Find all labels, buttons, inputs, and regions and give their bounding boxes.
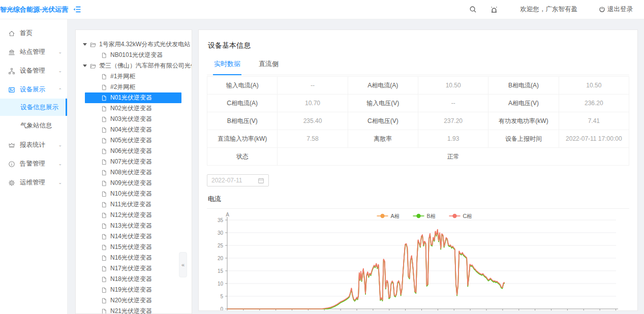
tab-实时数据[interactable]: 实时数据: [213, 57, 241, 75]
tree-node-label: N05光伏逆变器: [110, 136, 152, 145]
tree-node[interactable]: N03光伏逆变器: [76, 114, 192, 124]
sidebar-subitem-设备信息展示[interactable]: 设备信息展示: [0, 99, 67, 116]
tree-node[interactable]: N11光伏逆变器: [76, 199, 192, 210]
sidebar-item-label: 设备展示: [20, 85, 58, 94]
file-icon: [101, 106, 107, 112]
file-icon: [101, 52, 107, 58]
file-icon: [101, 148, 107, 154]
tree-node-label: N06光伏逆变器: [110, 147, 152, 155]
tree-node-label: N14光伏逆变器: [110, 232, 152, 241]
info-value: 7.58: [278, 130, 348, 148]
file-icon: [101, 74, 107, 80]
tree-node-label: N21光伏逆变器: [110, 307, 152, 314]
tree-node[interactable]: #2并网柜: [76, 82, 192, 92]
tree-node-label: NB0101光伏逆变器: [110, 51, 163, 59]
tree-node[interactable]: N15光伏逆变器: [76, 242, 192, 253]
chevron-down-icon: ⌄: [58, 50, 62, 54]
tree-node[interactable]: 1号家用4.32kW分布式光伏发电站: [76, 39, 192, 50]
tree-node[interactable]: N16光伏逆变器: [76, 253, 192, 263]
svg-text:10: 10: [218, 281, 224, 287]
tree-node[interactable]: N01光伏逆变器: [85, 92, 181, 103]
top-header: 智光综合能源-光伏运营 欢迎您，广东智有盈: [0, 0, 644, 19]
legend-item-B相[interactable]: B相: [427, 213, 436, 219]
tab-直流侧[interactable]: 直流侧: [258, 57, 280, 75]
logout-label: 退出登录: [607, 5, 633, 14]
table-row: C相电流(A)10.70输入电压(V)--A相电压(V)236.20: [207, 95, 629, 112]
legend-item-A相[interactable]: A相: [391, 213, 400, 219]
tree-node-label: N03光伏逆变器: [110, 115, 152, 123]
sidebar-item-label: 运维管理: [20, 178, 58, 187]
date-picker[interactable]: 2022-07-11: [207, 174, 269, 186]
logout-button[interactable]: 退出登录: [599, 5, 633, 14]
status-label: 状态: [207, 148, 278, 166]
tree-node[interactable]: N08光伏逆变器: [76, 167, 192, 178]
file-icon: [101, 116, 107, 122]
table-row: 输入电流(A)--A相电流(A)10.50B相电流(A)10.50: [207, 77, 629, 95]
tree-node[interactable]: N02光伏逆变器: [76, 103, 192, 114]
status-value: 正常: [278, 148, 629, 166]
sidebar-item-5[interactable]: 报表统计⌄: [0, 137, 67, 153]
tree-node-label: N15光伏逆变器: [110, 243, 152, 252]
tree-node-label: N11光伏逆变器: [110, 200, 151, 209]
legend-item-C相[interactable]: C相: [463, 213, 472, 219]
sidebar-item-3[interactable]: 设备管理⌄: [0, 63, 67, 79]
svg-text:30: 30: [218, 230, 224, 236]
info-value: 235.40: [278, 112, 348, 130]
tree-node[interactable]: N17光伏逆变器: [76, 263, 192, 274]
chevron-down-icon: ⌄: [58, 181, 62, 185]
tree-node[interactable]: N19光伏逆变器: [76, 285, 192, 295]
tree-node[interactable]: N12光伏逆变器: [76, 210, 192, 221]
sidebar-item-7[interactable]: 运维管理⌄: [0, 175, 67, 191]
sidebar-item-2[interactable]: 站点管理⌄: [0, 44, 67, 60]
tree-node[interactable]: N13光伏逆变器: [76, 221, 192, 231]
collapse-sidebar-icon[interactable]: [73, 5, 81, 14]
tree-node-label: N01光伏逆变器: [110, 93, 152, 102]
tree-node-label: N09光伏逆变器: [110, 179, 152, 187]
info-icon: [8, 161, 15, 168]
folder-icon: [90, 42, 96, 48]
sidebar-item-4[interactable]: 设备展示⌃: [0, 82, 67, 98]
current-chart: 05101520253035A00:0001:0002:0003:0004:00…: [207, 212, 629, 311]
sidebar-subitem-气象站信息[interactable]: 气象站信息: [0, 117, 67, 134]
chevron-down-icon: ⌄: [58, 69, 62, 73]
tree-node[interactable]: N14光伏逆变器: [76, 231, 192, 242]
tree-node[interactable]: N20光伏逆变器: [76, 295, 192, 306]
caret-down-icon[interactable]: [83, 65, 87, 67]
tree-node[interactable]: N06光伏逆变器: [76, 146, 192, 156]
tree-node[interactable]: N18光伏逆变器: [76, 274, 192, 285]
device-info-panel: 设备基本信息 实时数据直流侧 输入电流(A)--A相电流(A)10.50B相电流…: [198, 29, 638, 311]
info-value: 1.93: [418, 130, 488, 148]
search-icon[interactable]: [469, 6, 477, 13]
tree-node[interactable]: N05光伏逆变器: [76, 135, 192, 146]
cluster-icon: [8, 68, 15, 75]
tree-collapse-handle[interactable]: «: [179, 252, 187, 277]
file-icon: [101, 276, 107, 282]
svg-text:20: 20: [218, 256, 224, 261]
tree-node[interactable]: 爱三（佛山）汽车部件有限公司光伏发: [76, 60, 192, 71]
tree-node[interactable]: N04光伏逆变器: [76, 124, 192, 135]
caret-down-icon[interactable]: [83, 43, 87, 46]
info-value: 236.20: [559, 95, 629, 112]
chevron-down-icon: ⌄: [58, 143, 62, 147]
tree-node[interactable]: NB0101光伏逆变器: [76, 50, 192, 60]
file-icon: [101, 127, 107, 133]
info-label: A相电压(V): [488, 95, 559, 112]
file-icon: [101, 191, 107, 197]
tree-node[interactable]: N07光伏逆变器: [76, 156, 192, 167]
file-icon: [101, 202, 107, 208]
file-icon: [101, 170, 107, 176]
alarm-icon[interactable]: [490, 6, 498, 14]
tree-node[interactable]: N10光伏逆变器: [76, 189, 192, 199]
tree-node[interactable]: N21光伏逆变器: [76, 306, 192, 314]
sidebar-item-6[interactable]: 告警管理⌄: [0, 156, 67, 172]
tree-node[interactable]: #1并网柜: [76, 71, 192, 82]
file-icon: [101, 159, 107, 165]
sidebar-item-1[interactable]: 首页: [0, 25, 67, 41]
sidebar-item-label: 站点管理: [20, 48, 58, 56]
info-label: B相电流(A): [488, 77, 559, 95]
tree-node-label: N07光伏逆变器: [110, 158, 152, 166]
info-value: 237.20: [418, 112, 488, 130]
tree-node[interactable]: N09光伏逆变器: [76, 178, 192, 189]
file-icon: [101, 180, 107, 186]
tree-node-label: N19光伏逆变器: [110, 286, 152, 294]
